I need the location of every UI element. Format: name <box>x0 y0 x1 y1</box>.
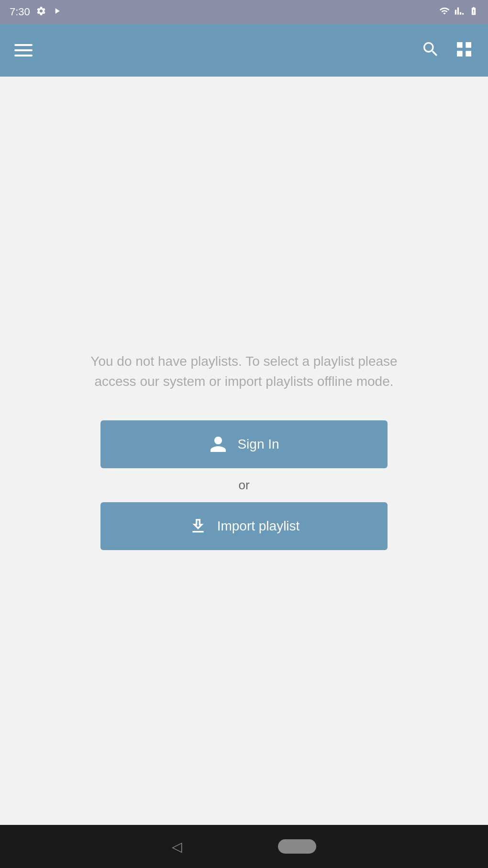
toolbar-actions <box>421 40 474 61</box>
import-playlist-label: Import playlist <box>217 519 300 534</box>
search-button[interactable] <box>421 40 440 61</box>
bottom-navigation: ◁ <box>0 825 488 868</box>
menu-button[interactable] <box>14 44 33 56</box>
toolbar <box>0 24 488 77</box>
wifi-icon <box>439 6 450 18</box>
status-right <box>439 6 478 18</box>
empty-playlists-message: You do not have playlists. To select a p… <box>77 351 411 392</box>
or-divider: or <box>238 478 249 493</box>
battery-icon <box>469 6 478 18</box>
back-button[interactable]: ◁ <box>172 839 182 855</box>
signal-icon <box>455 6 464 18</box>
action-buttons: Sign In or Import playlist <box>100 420 388 550</box>
import-playlist-button[interactable]: Import playlist <box>100 502 388 550</box>
status-left: 7:30 <box>10 6 62 19</box>
status-time: 7:30 <box>10 6 30 18</box>
main-content: You do not have playlists. To select a p… <box>0 77 488 825</box>
status-bar: 7:30 <box>0 0 488 24</box>
home-button[interactable] <box>278 839 316 854</box>
grid-view-button[interactable] <box>455 40 474 61</box>
settings-icon <box>36 6 46 19</box>
play-store-icon <box>52 6 62 18</box>
sign-in-button[interactable]: Sign In <box>100 420 388 468</box>
sign-in-label: Sign In <box>237 437 279 452</box>
